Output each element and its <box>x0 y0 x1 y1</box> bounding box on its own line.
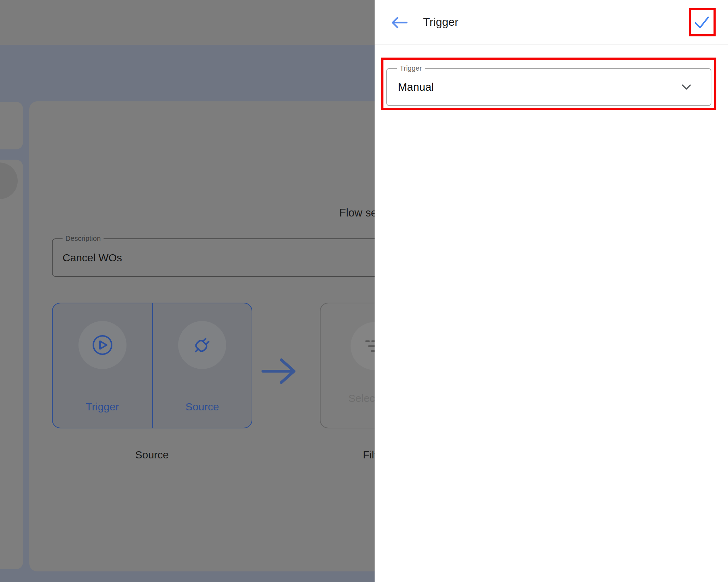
arrow-right-icon <box>261 357 298 385</box>
sidebar-panel-partial <box>0 160 23 569</box>
play-circle-icon <box>91 334 114 356</box>
source-step-half[interactable]: Source <box>152 303 252 428</box>
back-arrow-icon[interactable] <box>390 15 409 30</box>
description-field[interactable]: Description Cancel WOs <box>52 238 423 277</box>
description-field-value: Cancel WOs <box>53 252 122 264</box>
description-field-label: Description <box>63 234 104 243</box>
check-icon[interactable] <box>693 14 710 31</box>
panel-header-divider <box>375 44 728 45</box>
trigger-select-value: Manual <box>387 81 434 94</box>
source-step-card[interactable]: Trigger Source <box>52 303 252 428</box>
trigger-side-panel: Trigger Trigger Manual <box>375 0 728 582</box>
trigger-select-field[interactable]: Trigger Manual <box>386 68 711 106</box>
chevron-down-icon <box>682 84 691 90</box>
trigger-icon-circle <box>78 321 127 369</box>
plug-icon <box>190 333 214 357</box>
sidebar-card-partial <box>0 102 23 149</box>
source-icon-circle <box>178 321 226 369</box>
source-step-caption: Source <box>135 449 169 461</box>
trigger-step-label: Trigger <box>53 401 152 413</box>
trigger-select-label: Trigger <box>397 64 425 72</box>
trigger-step-half[interactable]: Trigger <box>53 303 152 428</box>
source-step-label: Source <box>153 401 252 413</box>
panel-title: Trigger <box>423 16 458 29</box>
